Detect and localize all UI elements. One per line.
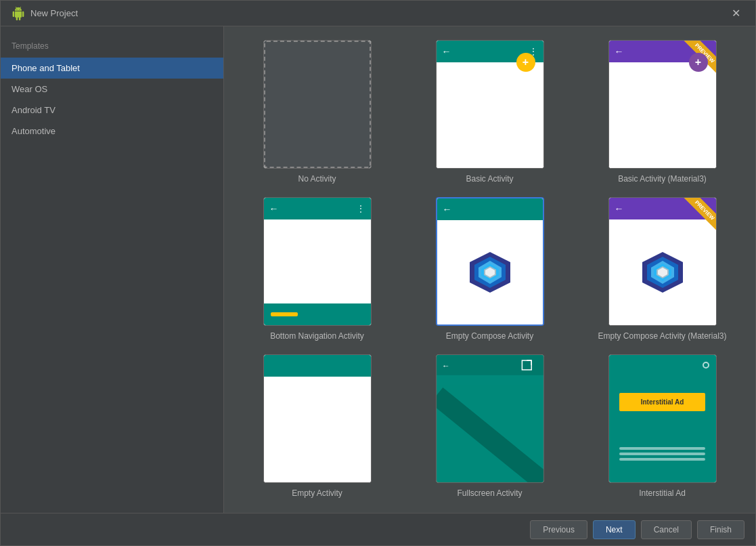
interstitial-line-3 bbox=[619, 458, 705, 461]
compose-m3-logo bbox=[639, 249, 686, 296]
template-empty-activity[interactable]: Empty Activity bbox=[238, 354, 397, 498]
no-activity-dashed bbox=[264, 41, 371, 168]
sidebar-item-automotive[interactable]: Automotive bbox=[1, 121, 223, 142]
interstitial-line-2 bbox=[619, 453, 705, 455]
template-bottom-nav[interactable]: ← ⋮ Bottom Navigation Activity bbox=[238, 197, 397, 341]
template-basic-activity[interactable]: ← ⋮ + Basic Activity bbox=[410, 40, 569, 184]
empty-compose-thumbnail: ← bbox=[436, 197, 544, 326]
sidebar-item-android-tv[interactable]: Android TV bbox=[1, 100, 223, 121]
bottom-nav-bar bbox=[264, 303, 371, 325]
interstitial-thumbnail: Interstitial Ad bbox=[608, 354, 717, 483]
empty-compose-label: Empty Compose Activity bbox=[446, 331, 533, 341]
sidebar-item-wear-os[interactable]: Wear OS bbox=[1, 79, 223, 100]
empty-compose-body bbox=[437, 220, 543, 324]
empty-activity-label: Empty Activity bbox=[292, 488, 342, 498]
bottom-nav-indicator bbox=[271, 312, 298, 316]
svg-rect-13 bbox=[437, 355, 543, 375]
basic-material3-label: Basic Activity (Material3) bbox=[618, 174, 707, 184]
basic-material3-mock: ← ⋮ + bbox=[609, 41, 716, 168]
content-area: No Activity ← ⋮ + Bas bbox=[224, 26, 755, 513]
fullscreen-label: Fullscreen Activity bbox=[457, 488, 522, 498]
template-empty-compose[interactable]: ← bbox=[410, 197, 569, 341]
back-arrow-bn-icon: ← bbox=[269, 203, 279, 214]
empty-activity-mock bbox=[264, 355, 371, 482]
back-arrow-m3-icon: ← bbox=[615, 46, 624, 57]
basic-activity-label: Basic Activity bbox=[466, 174, 513, 184]
title-bar: New Project ✕ bbox=[1, 1, 755, 26]
fab-m3-button: + bbox=[689, 53, 708, 72]
basic-body bbox=[437, 62, 543, 168]
sidebar-item-phone-tablet[interactable]: Phone and Tablet bbox=[1, 58, 223, 79]
interstitial-label: Interstitial Ad bbox=[639, 488, 686, 498]
compose-logo bbox=[466, 249, 514, 296]
svg-text:←: ← bbox=[441, 361, 449, 371]
bottom-nav-body bbox=[264, 219, 371, 325]
interstitial-ad-box: Interstitial Ad bbox=[619, 393, 705, 411]
sidebar: Templates Phone and Tablet Wear OS Andro… bbox=[1, 26, 224, 513]
empty-compose-m3-label: Empty Compose Activity (Material3) bbox=[598, 331, 726, 341]
compose-logo-svg bbox=[466, 249, 514, 296]
next-button[interactable]: Next bbox=[593, 520, 636, 539]
template-no-activity[interactable]: No Activity bbox=[238, 40, 397, 184]
basic-activity-mock: ← ⋮ + bbox=[437, 41, 543, 168]
previous-button[interactable]: Previous bbox=[530, 520, 587, 539]
back-arrow-ec-icon: ← bbox=[443, 204, 452, 215]
interstitial-line-1 bbox=[619, 447, 705, 450]
interstitial-dot bbox=[703, 362, 709, 369]
fullscreen-mock: ← bbox=[437, 355, 543, 482]
basic-m3-body bbox=[609, 62, 716, 168]
basic-material3-thumbnail: ← ⋮ + PREVIEW bbox=[608, 40, 717, 169]
empty-activity-topbar bbox=[264, 355, 371, 377]
interstitial-lines bbox=[619, 447, 705, 463]
sidebar-section-label: Templates bbox=[1, 37, 223, 58]
main-content: Templates Phone and Tablet Wear OS Andro… bbox=[1, 26, 755, 513]
more-bn-icon: ⋮ bbox=[357, 204, 365, 213]
back-arrow-icon: ← bbox=[442, 46, 451, 57]
no-activity-label: No Activity bbox=[298, 174, 336, 184]
back-arrow-ecm3-icon: ← bbox=[615, 203, 624, 214]
finish-button[interactable]: Finish bbox=[697, 520, 744, 539]
template-interstitial-ad[interactable]: Interstitial Ad Interstitial Ad bbox=[583, 354, 742, 498]
empty-activity-thumbnail bbox=[263, 354, 372, 483]
empty-compose-m3-thumbnail: ← bbox=[608, 197, 717, 326]
basic-activity-thumbnail: ← ⋮ + bbox=[436, 40, 544, 169]
dialog-title: New Project bbox=[30, 8, 78, 18]
compose-m3-logo-svg bbox=[639, 249, 686, 296]
preview-badge-m3: PREVIEW bbox=[682, 198, 716, 232]
close-button[interactable]: ✕ bbox=[728, 5, 744, 21]
fab-button: + bbox=[516, 53, 535, 72]
template-fullscreen[interactable]: ← Fullscreen Activity bbox=[410, 354, 569, 498]
title-bar-left: New Project bbox=[12, 7, 78, 20]
cancel-button[interactable]: Cancel bbox=[641, 520, 692, 539]
empty-compose-m3-body bbox=[609, 219, 716, 325]
footer: Previous Next Cancel Finish bbox=[1, 513, 755, 545]
bottom-nav-thumbnail: ← ⋮ bbox=[263, 197, 372, 326]
template-basic-material3[interactable]: ← ⋮ + PREVIEW Basic Activity (Material3) bbox=[583, 40, 742, 184]
template-empty-compose-material3[interactable]: ← bbox=[583, 197, 742, 341]
interstitial-mock: Interstitial Ad bbox=[609, 355, 716, 482]
no-activity-thumbnail bbox=[263, 40, 372, 169]
android-icon bbox=[12, 7, 25, 20]
fullscreen-thumbnail: ← bbox=[436, 354, 544, 483]
bottom-nav-mock: ← ⋮ bbox=[264, 198, 371, 325]
fullscreen-diagonal-svg: ← bbox=[437, 355, 543, 482]
bottom-nav-label: Bottom Navigation Activity bbox=[270, 331, 364, 341]
basic-topbar: ← ⋮ + bbox=[437, 41, 543, 62]
empty-compose-topbar: ← bbox=[437, 198, 543, 220]
preview-badge-m3-text: PREVIEW bbox=[684, 198, 716, 231]
empty-compose-mock: ← bbox=[437, 198, 543, 324]
templates-grid: No Activity ← ⋮ + Bas bbox=[238, 40, 742, 498]
new-project-dialog: New Project ✕ Templates Phone and Tablet… bbox=[0, 0, 756, 546]
bottom-nav-topbar: ← ⋮ bbox=[264, 198, 371, 219]
